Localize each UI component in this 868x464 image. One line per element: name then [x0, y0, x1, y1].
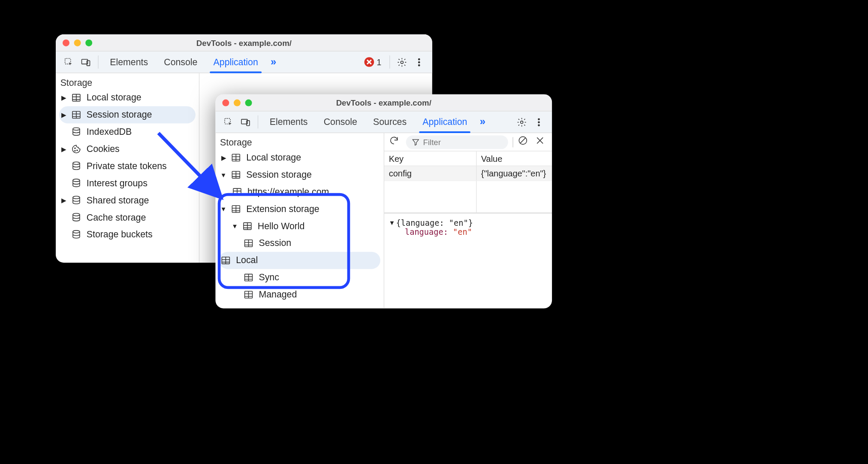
svg-point-10	[75, 148, 75, 149]
close-window-button[interactable]	[63, 39, 69, 46]
filter-input[interactable]: Filter	[406, 135, 508, 149]
chevron-right-icon: ▶	[60, 146, 67, 153]
table-icon	[243, 238, 254, 249]
minimize-window-button[interactable]	[234, 99, 241, 106]
device-toolbar-icon[interactable]	[78, 52, 95, 73]
sidebar-item-private-tokens[interactable]: Private state tokens	[56, 158, 199, 175]
tab-application[interactable]: Application	[415, 112, 475, 133]
gear-icon[interactable]	[393, 52, 410, 73]
col-value[interactable]: Value	[476, 152, 552, 166]
sidebar-item-ext-session[interactable]: Session	[215, 235, 383, 252]
table-icon	[230, 152, 242, 163]
chevron-down-icon: ▼	[220, 171, 227, 178]
database-icon	[71, 161, 82, 171]
cookie-icon	[71, 144, 82, 154]
col-key[interactable]: Key	[384, 152, 476, 166]
kebab-menu-icon[interactable]	[410, 52, 428, 73]
device-toolbar-icon[interactable]	[237, 112, 254, 133]
sidebar-item-storage-buckets[interactable]: Storage buckets	[56, 226, 199, 243]
section-heading: Storage	[56, 76, 199, 89]
label: Storage buckets	[85, 230, 152, 240]
tab-application[interactable]: Application	[205, 52, 266, 73]
kebab-menu-icon[interactable]	[530, 112, 548, 133]
tab-elements[interactable]: Elements	[102, 52, 156, 73]
gear-icon[interactable]	[513, 112, 530, 133]
separator	[258, 115, 258, 129]
label: Sync	[258, 273, 279, 283]
label: Private state tokens	[85, 161, 167, 171]
section-heading: Storage	[215, 135, 383, 149]
traffic-lights	[222, 99, 252, 106]
chevron-down-icon[interactable]: ▼	[390, 219, 394, 226]
sidebar-item-cookies[interactable]: ▶ Cookies	[56, 140, 199, 158]
sidebar-item-interest-groups[interactable]: Interest groups	[56, 175, 199, 192]
sidebar-item-extension-storage[interactable]: ▼ Extension storage	[215, 200, 383, 218]
more-tabs-icon[interactable]: »	[475, 112, 490, 133]
database-icon	[71, 230, 82, 240]
sidebar-item-local-storage[interactable]: ▶ Local storage	[56, 89, 199, 106]
table-row[interactable]: config {"language":"en"}	[384, 166, 552, 180]
database-icon	[71, 195, 82, 206]
more-tabs-icon[interactable]: »	[266, 52, 281, 73]
property-value: "en"	[453, 227, 472, 237]
sidebar-item-local-storage[interactable]: ▶ Local storage	[215, 149, 383, 166]
table-icon	[230, 170, 242, 180]
sidebar-item-cache-storage[interactable]: Cache storage	[56, 209, 199, 226]
svg-point-15	[73, 196, 80, 199]
refresh-icon[interactable]	[389, 135, 401, 149]
tab-console[interactable]: Console	[316, 112, 365, 133]
clear-all-icon[interactable]	[518, 135, 530, 149]
sidebar-item-ext-sync[interactable]: Sync	[215, 269, 383, 286]
label: Interest groups	[85, 178, 148, 188]
tab-console[interactable]: Console	[156, 52, 205, 73]
main-toolbar: Elements Console Sources Application »	[215, 112, 552, 133]
tab-elements[interactable]: Elements	[262, 112, 316, 133]
svg-point-9	[73, 127, 80, 130]
delete-selected-icon[interactable]	[535, 135, 547, 149]
sidebar-item-indexeddb[interactable]: IndexedDB	[56, 123, 199, 140]
table-icon	[71, 93, 82, 103]
close-window-button[interactable]	[222, 99, 229, 106]
sidebar-item-shared-storage[interactable]: ▶ Shared storage	[56, 192, 199, 209]
titlebar: DevTools - example.com/	[56, 34, 432, 52]
error-count: 1	[377, 57, 381, 67]
window-title: DevTools - example.com/	[215, 98, 552, 107]
inspect-element-icon[interactable]	[220, 112, 237, 133]
database-icon	[71, 127, 82, 137]
filter-placeholder: Filter	[423, 137, 441, 146]
table-icon	[232, 187, 243, 197]
svg-rect-20	[247, 120, 250, 125]
minimize-window-button[interactable]	[74, 39, 81, 46]
traffic-lights	[63, 39, 92, 46]
sidebar-item-ext-managed[interactable]: Managed	[215, 286, 383, 303]
sidebar-item-session-origin[interactable]: https://example.com	[215, 183, 383, 200]
table-icon	[220, 255, 232, 266]
label: https://example.com	[246, 187, 329, 197]
sidebar-item-ext-local[interactable]: Local	[219, 252, 380, 269]
maximize-window-button[interactable]	[85, 39, 92, 46]
svg-point-11	[77, 150, 78, 151]
label: Extension storage	[245, 204, 319, 214]
object-summary[interactable]: {language: "en"}	[396, 218, 473, 227]
tab-sources[interactable]: Sources	[365, 112, 414, 133]
table-icon	[243, 290, 254, 300]
sidebar-item-extension-app[interactable]: ▼ Hello World	[215, 218, 383, 235]
database-icon	[71, 178, 82, 188]
value-preview: ▼ {language: "en"} language: "en"	[384, 213, 552, 308]
label: Local storage	[85, 93, 141, 103]
svg-point-5	[419, 61, 420, 63]
svg-point-23	[538, 121, 539, 123]
storage-sidebar: Storage ▶ Local storage ▼ Session storag…	[215, 133, 384, 308]
sidebar-item-session-storage[interactable]: ▶ Session storage	[59, 106, 196, 124]
sidebar-item-session-storage[interactable]: ▼ Session storage	[215, 166, 383, 183]
svg-point-22	[538, 118, 539, 120]
inspect-element-icon[interactable]	[60, 52, 78, 73]
table-icon	[243, 273, 254, 283]
cell-key: config	[384, 166, 476, 180]
chevron-right-icon: ▶	[60, 94, 67, 101]
table-empty-rows	[384, 180, 552, 212]
error-badge[interactable]: 1	[364, 52, 386, 73]
chevron-down-icon: ▼	[220, 206, 227, 212]
table-icon	[230, 204, 242, 214]
maximize-window-button[interactable]	[245, 99, 252, 106]
